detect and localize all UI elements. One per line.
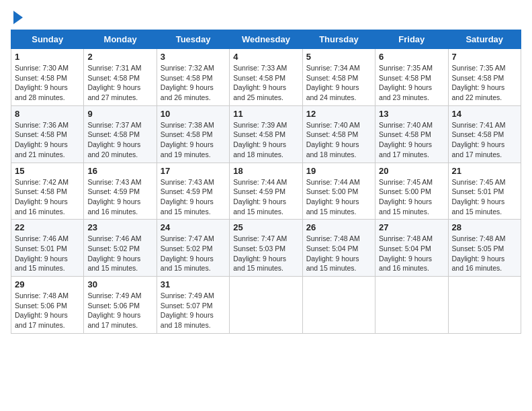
day-number: 15 [15, 166, 80, 176]
day-number: 1 [15, 52, 80, 62]
calendar-cell: 4 Sunrise: 7:33 AM Sunset: 4:58 PM Dayli… [230, 49, 302, 106]
day-info: Sunrise: 7:31 AM Sunset: 4:58 PM Dayligh… [87, 63, 152, 103]
day-info: Sunrise: 7:32 AM Sunset: 4:58 PM Dayligh… [161, 63, 226, 103]
day-info: Sunrise: 7:46 AM Sunset: 5:02 PM Dayligh… [87, 234, 152, 273]
day-number: 14 [452, 109, 517, 119]
day-number: 10 [161, 109, 226, 119]
calendar-cell: 29 Sunrise: 7:48 AM Sunset: 5:06 PM Dayl… [11, 277, 84, 334]
weekday-header-wednesday: Wednesday [230, 30, 302, 49]
calendar-cell: 11 Sunrise: 7:39 AM Sunset: 4:58 PM Dayl… [230, 105, 302, 163]
day-info: Sunrise: 7:48 AM Sunset: 5:04 PM Dayligh… [306, 234, 371, 273]
calendar-week-row: 8 Sunrise: 7:36 AM Sunset: 4:58 PM Dayli… [11, 105, 521, 163]
day-info: Sunrise: 7:44 AM Sunset: 5:00 PM Dayligh… [306, 177, 371, 217]
day-info: Sunrise: 7:43 AM Sunset: 4:59 PM Dayligh… [87, 177, 152, 217]
day-info: Sunrise: 7:35 AM Sunset: 4:58 PM Dayligh… [452, 63, 517, 103]
day-info: Sunrise: 7:35 AM Sunset: 4:58 PM Dayligh… [379, 63, 444, 103]
calendar-cell: 31 Sunrise: 7:49 AM Sunset: 5:07 PM Dayl… [157, 277, 229, 334]
day-info: Sunrise: 7:33 AM Sunset: 4:58 PM Dayligh… [233, 63, 298, 103]
day-number: 28 [452, 222, 517, 232]
day-info: Sunrise: 7:37 AM Sunset: 4:58 PM Dayligh… [87, 120, 152, 160]
calendar-cell: 20 Sunrise: 7:45 AM Sunset: 5:00 PM Dayl… [375, 163, 448, 220]
day-info: Sunrise: 7:49 AM Sunset: 5:07 PM Dayligh… [161, 291, 226, 330]
calendar-cell: 16 Sunrise: 7:43 AM Sunset: 4:59 PM Dayl… [84, 163, 157, 220]
logo-arrow-icon [13, 11, 23, 24]
calendar-cell: 21 Sunrise: 7:45 AM Sunset: 5:01 PM Dayl… [448, 163, 521, 220]
day-info: Sunrise: 7:45 AM Sunset: 5:00 PM Dayligh… [379, 177, 444, 217]
weekday-header-friday: Friday [375, 30, 448, 49]
day-info: Sunrise: 7:48 AM Sunset: 5:06 PM Dayligh… [15, 291, 80, 330]
day-number: 2 [87, 52, 152, 62]
calendar-cell: 12 Sunrise: 7:40 AM Sunset: 4:58 PM Dayl… [302, 105, 375, 163]
day-info: Sunrise: 7:40 AM Sunset: 4:58 PM Dayligh… [306, 120, 371, 160]
day-number: 18 [233, 166, 298, 176]
calendar-cell: 17 Sunrise: 7:43 AM Sunset: 4:59 PM Dayl… [157, 163, 229, 220]
weekday-header-saturday: Saturday [448, 30, 521, 49]
day-number: 7 [452, 52, 517, 62]
day-number: 13 [379, 109, 444, 119]
calendar-cell: 26 Sunrise: 7:48 AM Sunset: 5:04 PM Dayl… [302, 220, 375, 277]
calendar-cell: 22 Sunrise: 7:46 AM Sunset: 5:01 PM Dayl… [11, 220, 84, 277]
day-info: Sunrise: 7:41 AM Sunset: 4:58 PM Dayligh… [452, 120, 517, 160]
calendar-cell: 19 Sunrise: 7:44 AM Sunset: 5:00 PM Dayl… [302, 163, 375, 220]
calendar-week-row: 22 Sunrise: 7:46 AM Sunset: 5:01 PM Dayl… [11, 220, 521, 277]
day-number: 27 [379, 222, 444, 232]
calendar-cell: 1 Sunrise: 7:30 AM Sunset: 4:58 PM Dayli… [11, 49, 84, 106]
day-number: 3 [161, 52, 226, 62]
calendar-cell: 23 Sunrise: 7:46 AM Sunset: 5:02 PM Dayl… [84, 220, 157, 277]
day-number: 29 [15, 279, 80, 289]
calendar-cell: 18 Sunrise: 7:44 AM Sunset: 4:59 PM Dayl… [230, 163, 302, 220]
calendar-cell: 5 Sunrise: 7:34 AM Sunset: 4:58 PM Dayli… [302, 49, 375, 106]
calendar-cell [230, 277, 302, 334]
calendar-cell: 9 Sunrise: 7:37 AM Sunset: 4:58 PM Dayli… [84, 105, 157, 163]
day-info: Sunrise: 7:49 AM Sunset: 5:06 PM Dayligh… [87, 291, 152, 330]
day-number: 4 [233, 52, 298, 62]
calendar-cell: 30 Sunrise: 7:49 AM Sunset: 5:06 PM Dayl… [84, 277, 157, 334]
calendar-cell: 8 Sunrise: 7:36 AM Sunset: 4:58 PM Dayli… [11, 105, 84, 163]
calendar-body: 1 Sunrise: 7:30 AM Sunset: 4:58 PM Dayli… [11, 49, 521, 334]
day-number: 6 [379, 52, 444, 62]
calendar-cell: 27 Sunrise: 7:48 AM Sunset: 5:04 PM Dayl… [375, 220, 448, 277]
weekday-header-sunday: Sunday [11, 30, 84, 49]
calendar-cell: 14 Sunrise: 7:41 AM Sunset: 4:58 PM Dayl… [448, 105, 521, 163]
calendar-week-row: 29 Sunrise: 7:48 AM Sunset: 5:06 PM Dayl… [11, 277, 521, 334]
day-number: 8 [15, 109, 80, 119]
day-number: 11 [233, 109, 298, 119]
calendar-cell: 24 Sunrise: 7:47 AM Sunset: 5:02 PM Dayl… [157, 220, 229, 277]
weekday-header-tuesday: Tuesday [157, 30, 229, 49]
day-number: 26 [306, 222, 371, 232]
calendar-cell: 2 Sunrise: 7:31 AM Sunset: 4:58 PM Dayli… [84, 49, 157, 106]
day-info: Sunrise: 7:30 AM Sunset: 4:58 PM Dayligh… [15, 63, 80, 103]
day-info: Sunrise: 7:44 AM Sunset: 4:59 PM Dayligh… [233, 177, 298, 217]
calendar-cell: 3 Sunrise: 7:32 AM Sunset: 4:58 PM Dayli… [157, 49, 229, 106]
day-info: Sunrise: 7:47 AM Sunset: 5:03 PM Dayligh… [233, 234, 298, 273]
calendar-cell [375, 277, 448, 334]
day-info: Sunrise: 7:46 AM Sunset: 5:01 PM Dayligh… [15, 234, 80, 273]
calendar-cell: 6 Sunrise: 7:35 AM Sunset: 4:58 PM Dayli… [375, 49, 448, 106]
day-number: 21 [452, 166, 517, 176]
calendar-week-row: 15 Sunrise: 7:42 AM Sunset: 4:58 PM Dayl… [11, 163, 521, 220]
day-number: 23 [87, 222, 152, 232]
calendar-cell: 15 Sunrise: 7:42 AM Sunset: 4:58 PM Dayl… [11, 163, 84, 220]
day-info: Sunrise: 7:39 AM Sunset: 4:58 PM Dayligh… [233, 120, 298, 160]
calendar-week-row: 1 Sunrise: 7:30 AM Sunset: 4:58 PM Dayli… [11, 49, 521, 106]
page-header [11, 11, 521, 24]
day-info: Sunrise: 7:40 AM Sunset: 4:58 PM Dayligh… [379, 120, 444, 160]
day-number: 5 [306, 52, 371, 62]
day-number: 22 [15, 222, 80, 232]
day-number: 19 [306, 166, 371, 176]
day-number: 17 [161, 166, 226, 176]
day-info: Sunrise: 7:38 AM Sunset: 4:58 PM Dayligh… [161, 120, 226, 160]
calendar-cell: 10 Sunrise: 7:38 AM Sunset: 4:58 PM Dayl… [157, 105, 229, 163]
day-number: 30 [87, 279, 152, 289]
logo [11, 11, 23, 24]
calendar-cell: 7 Sunrise: 7:35 AM Sunset: 4:58 PM Dayli… [448, 49, 521, 106]
day-info: Sunrise: 7:43 AM Sunset: 4:59 PM Dayligh… [161, 177, 226, 217]
calendar-cell [302, 277, 375, 334]
day-info: Sunrise: 7:34 AM Sunset: 4:58 PM Dayligh… [306, 63, 371, 103]
day-number: 9 [87, 109, 152, 119]
day-number: 16 [87, 166, 152, 176]
day-info: Sunrise: 7:42 AM Sunset: 4:58 PM Dayligh… [15, 177, 80, 217]
day-info: Sunrise: 7:48 AM Sunset: 5:05 PM Dayligh… [452, 234, 517, 273]
calendar-cell: 25 Sunrise: 7:47 AM Sunset: 5:03 PM Dayl… [230, 220, 302, 277]
weekday-header-thursday: Thursday [302, 30, 375, 49]
